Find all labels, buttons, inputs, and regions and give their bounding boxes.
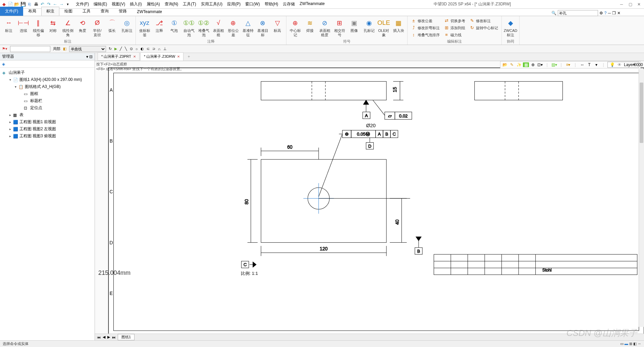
st-e-icon[interactable]: ↔ [638,342,641,346]
curve-filter-select[interactable]: 单曲线 [69,46,106,52]
st-a-icon[interactable]: ▭ [620,342,624,346]
menu-util[interactable]: 实用工具(U) [199,1,225,8]
minimize-icon[interactable]: ─ [618,2,625,7]
scope-icon[interactable]: ◧ [63,47,66,51]
save-icon[interactable]: 💾 [20,2,26,7]
ribbon-button[interactable]: ▽标高 [271,17,284,34]
tree-item[interactable]: ▸🟦工程图 视图1 前视图 [0,118,95,126]
menu-app[interactable]: 应用(P) [225,1,243,8]
mgr-pin-icon[interactable]: ⊟ [89,54,93,59]
ribbon-button[interactable]: ⟲角度 [76,17,89,34]
ribbon-button[interactable]: ①①自动气泡 [182,17,196,38]
search-opts-icon[interactable]: ⚙ [599,11,603,15]
vt-more-icon[interactable]: ▾ [593,62,599,67]
close-icon[interactable]: ✕ [635,2,643,7]
tab-draw[interactable]: 绘图 [59,7,77,16]
open-icon[interactable]: 📂 [14,2,19,7]
ribbon-button[interactable]: ⊞相交符号 [333,17,346,38]
tool-a-icon[interactable]: ╱ [120,47,122,51]
sheet-tab[interactable]: 图纸1 [118,334,135,340]
tab-tools[interactable]: 工具 [77,7,96,16]
saveall-icon[interactable]: ⎗ [27,2,32,7]
vt-hatch-icon[interactable]: ▨▾ [551,62,557,67]
back-icon[interactable]: ← [52,2,58,7]
tree-item[interactable]: ▸🟦工程图 视图3 俯视图 [0,133,95,140]
menu-tools[interactable]: 工具(T) [181,1,198,8]
ribbon-button[interactable]: ◎孔标注 [120,17,133,34]
ribbon-button[interactable]: OLEOLE对象 [377,17,390,38]
ribbon-button[interactable]: ⊘表面粗糙度 [318,17,331,38]
tool-refresh-icon[interactable]: ↻ [109,47,112,51]
st-d-icon[interactable]: ◧ [633,342,637,346]
tab-annotate[interactable]: 标注 [41,7,59,16]
menu-window[interactable]: 窗口(W) [243,1,262,8]
maximize-icon[interactable]: ▢ [627,2,634,7]
doctab-drw[interactable]: * 山涧果子.Z3DRW ✕ [140,52,183,61]
ribbon-button[interactable]: ⇄切换参考 [442,17,467,24]
doctab-add-icon[interactable]: ＋ [184,52,194,61]
drawing-canvas[interactable]: 按下<F2>动态观察 <F8> 或者<Shift-roll> 查找下一个有效的过… [95,61,644,334]
tool-play-icon[interactable]: ▶ [114,47,117,51]
tree-item[interactable]: ▾📋图纸格式 A3_H(GB) [0,83,95,90]
tab-zwteam[interactable]: ZWTeammate [132,8,167,16]
tab-file[interactable]: 文件(F) [0,7,23,16]
tool-g-icon[interactable]: ⊃ [152,47,155,51]
ribbon-button[interactable]: ⊗基准目标 [256,17,269,38]
ribbon-button[interactable]: ↕堆叠气泡排序 [410,31,441,38]
vt-grid-icon[interactable]: ▦ [523,62,529,67]
ribbon-button[interactable]: ⊕形位公差 [226,17,240,38]
ribbon-button[interactable]: ▦插入块 [392,17,405,34]
ribbon-button[interactable]: ◆ZWCAD标注 [504,17,517,38]
tree-item[interactable]: ▭标题栏 [0,97,95,104]
tab-query[interactable]: 查询 [96,7,114,16]
expand-icon[interactable]: ▾ [13,85,17,89]
sheet-last-icon[interactable]: ⏭ [112,335,116,339]
vt-brush-icon[interactable]: ✎ [509,62,515,67]
ribbon-button[interactable]: ⊢⊣连续 [17,17,30,34]
vt-wand-icon[interactable]: ✨ [516,62,522,67]
ribbon-button[interactable]: ◉孔标记 [362,17,376,34]
sheet-prev-icon[interactable]: ◀ [103,335,105,339]
ribbon-button[interactable]: ↻旋转中心标记 [468,24,499,31]
min2-icon[interactable]: ─ [608,11,611,15]
filter-icon[interactable]: ⚑▾ [2,47,7,51]
tree-item[interactable]: ▾📄图纸1 A3(H) (420.00 x 297.00 mm) [0,76,95,83]
menu-help[interactable]: 帮助(H) [263,1,280,8]
tab-layout[interactable]: 布局 [23,7,41,16]
menu-cloud[interactable]: 云存储 [281,1,297,8]
menu-query[interactable]: 查询(N) [163,1,180,8]
ribbon-button[interactable]: ⎇注释 [153,17,166,34]
tool-f-icon[interactable]: ⊂ [147,47,150,51]
tree-root[interactable]: ◆ 山涧果子 [0,69,95,76]
st-c-icon[interactable]: ⊞ [629,342,632,346]
vt-target-icon[interactable]: ⊕ [530,62,536,67]
sheet-next-icon[interactable]: ▶ [107,335,110,339]
ribbon-button[interactable]: ≡磁力线 [442,31,467,38]
tool-h-icon[interactable]: ∩ [158,47,161,51]
vt-dim-icon[interactable]: ↔ [579,62,585,67]
doctab-close-icon[interactable]: ✕ [177,55,180,58]
print-icon[interactable]: 🖶 [33,2,39,7]
st-b-icon[interactable]: ▬ [625,342,628,346]
mgr-opts-icon[interactable]: ▾ [86,54,88,59]
vt-snap-icon[interactable]: ⊡▾ [537,62,543,67]
vertical-scrollbar[interactable] [639,69,644,327]
tool-d-icon[interactable]: ○ [136,47,138,51]
ribbon-button[interactable]: ①②堆叠气泡 [197,17,210,38]
doctab-close-icon[interactable]: ✕ [133,55,136,58]
menu-attr[interactable]: 属性(A) [145,1,162,8]
ribbon-button[interactable]: ∠线性倒角 [61,17,74,38]
tool-c-icon[interactable]: ⊙ [130,47,133,51]
vt-text-icon[interactable]: T [586,62,592,67]
tree-item[interactable]: ▸▦表 [0,111,95,118]
help-icon[interactable]: ? [604,11,607,15]
fwd-icon[interactable]: → [59,2,64,7]
tool-e-icon[interactable]: ◐ [141,47,144,51]
ribbon-button[interactable]: ±修改公差 [410,17,441,24]
close2-icon[interactable]: ✕ [617,11,621,15]
ribbon-button[interactable]: Ø半径/直径 [91,17,104,38]
ribbon-button[interactable]: ⊕中心标记 [288,17,302,38]
ribbon-button[interactable]: ⤴修改折弯标注 [410,24,441,31]
model-tree[interactable]: ◆ 山涧果子 ▾📄图纸1 A3(H) (420.00 x 297.00 mm)▾… [0,68,95,340]
new-icon[interactable]: 📄 [8,2,13,7]
